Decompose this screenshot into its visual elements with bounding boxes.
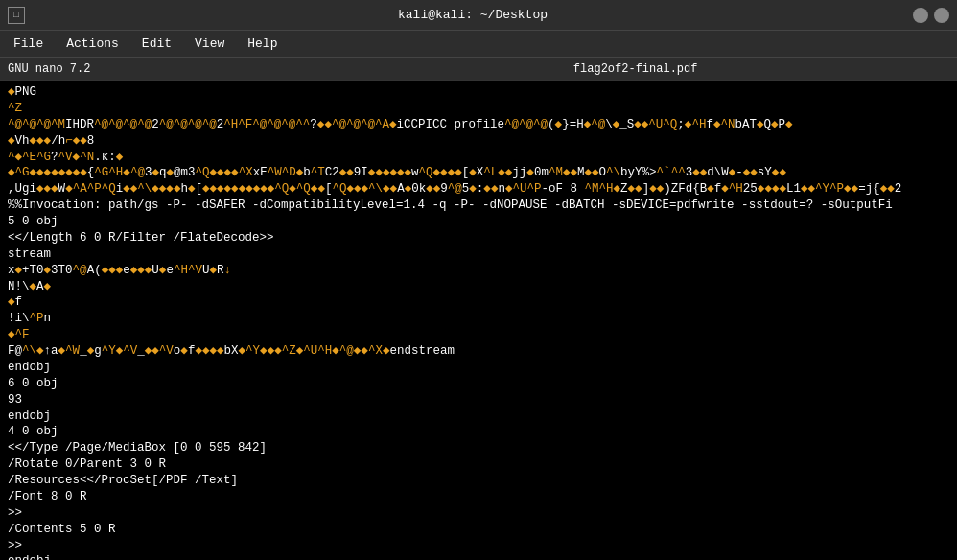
editor-line: !i\^Pn bbox=[8, 311, 949, 327]
editor-line: ^◆^E^G?^V◆^N.κ:◆ bbox=[8, 150, 949, 166]
editor-line: x◆+T0◆3T0^@A(◆◆◆e◆◆◆U◆e^H^VU◆R↓ bbox=[8, 263, 949, 279]
window-icon: □ bbox=[8, 7, 25, 24]
editor-line: /Contents 5 0 R bbox=[8, 522, 949, 538]
editor-line: ◆^F bbox=[8, 327, 949, 343]
editor-line: ,Ugi◆◆◆W◆^A^P^Qi◆◆^\◆◆◆◆h◆[◆◆◆◆◆◆◆◆◆◆^Q◆… bbox=[8, 181, 949, 198]
nano-status-bar: GNU nano 7.2 flag2of2-final.pdf bbox=[0, 58, 957, 81]
menu-bar: File Actions Edit View Help bbox=[0, 31, 957, 58]
nano-filename: flag2of2-final.pdf bbox=[321, 62, 949, 76]
editor-line: N!\◆A◆ bbox=[8, 279, 949, 295]
editor-line: ◆Vh◆◆◆/h⌐◆◆8 bbox=[8, 133, 949, 150]
editor-line: /Font 8 0 R bbox=[8, 489, 949, 505]
editor-line: stream bbox=[8, 246, 949, 263]
menu-file[interactable]: File bbox=[4, 35, 53, 53]
menu-actions[interactable]: Actions bbox=[57, 35, 128, 53]
editor-line: ◆f bbox=[8, 294, 949, 311]
minimize-button[interactable] bbox=[913, 8, 928, 23]
editor-line: ^Z bbox=[8, 101, 949, 117]
menu-view[interactable]: View bbox=[185, 35, 234, 53]
maximize-button[interactable] bbox=[934, 8, 949, 23]
editor-line: 6 0 obj bbox=[8, 376, 949, 392]
editor-line: 5 0 obj bbox=[8, 214, 949, 230]
editor-line: ^@^@^@^MIHDR^@^@^@^@2^@^@^@^@2^H^F^@^@^@… bbox=[8, 117, 949, 133]
editor-line: F@^\◆↑a◆^W_◆g^Y◆^V_◆◆^Vo◆f◆◆◆◆bX◆^Y◆◆◆^Z… bbox=[8, 343, 949, 360]
editor-line: endobj bbox=[8, 408, 949, 425]
title-bar: □ kali@kali: ~/Desktop bbox=[0, 0, 957, 31]
menu-help[interactable]: Help bbox=[238, 35, 287, 53]
editor-line: 4 0 obj bbox=[8, 424, 949, 440]
editor-line: ◆PNG bbox=[8, 84, 949, 101]
editor-line: /Rotate 0/Parent 3 0 R bbox=[8, 456, 949, 473]
editor-line: %%Invocation: path/gs -P- -dSAFER -dComp… bbox=[8, 198, 949, 214]
window-controls[interactable] bbox=[913, 8, 949, 23]
editor-line: /Resources<</ProcSet[/PDF /Text] bbox=[8, 473, 949, 489]
title-text: kali@kali: ~/Desktop bbox=[398, 8, 548, 22]
editor-line: endobj bbox=[8, 360, 949, 376]
title-bar-left: □ bbox=[8, 7, 33, 24]
menu-edit[interactable]: Edit bbox=[132, 35, 181, 53]
window-icon-symbol: □ bbox=[13, 10, 19, 20]
nano-version: GNU nano 7.2 bbox=[8, 62, 321, 76]
editor-area: ◆PNG^Z^@^@^@^MIHDR^@^@^@^@2^@^@^@^@2^H^F… bbox=[0, 81, 957, 560]
editor-line: >> bbox=[8, 538, 949, 554]
editor-line: 93 bbox=[8, 392, 949, 408]
editor-line: ◆^G◆◆◆◆◆◆◆◆{^G^H◆^@3◆q◆@m3^Q◆◆◆◆^XxE^W^D… bbox=[8, 165, 949, 181]
editor-line: <</Type /Page/MediaBox [0 0 595 842] bbox=[8, 440, 949, 456]
editor-line: endobj bbox=[8, 553, 949, 560]
editor-line: <</Length 6 0 R/Filter /FlateDecode>> bbox=[8, 230, 949, 246]
editor-line: >> bbox=[8, 505, 949, 522]
